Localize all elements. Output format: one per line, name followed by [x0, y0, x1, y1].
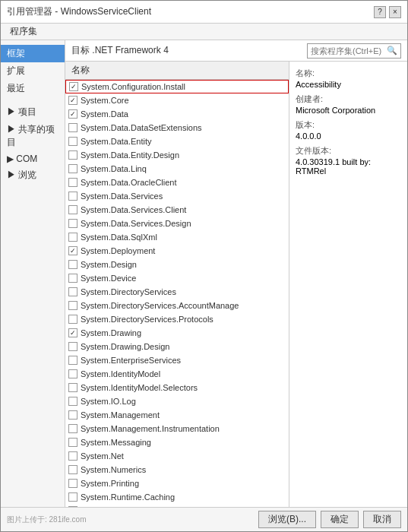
assembly-checkbox[interactable] — [68, 274, 77, 283]
assembly-name: System.Numerics — [81, 465, 146, 474]
sidebar-item-framework[interactable]: 框架 — [1, 45, 65, 62]
list-item[interactable]: System.Drawing.Design — [65, 340, 289, 353]
list-item[interactable]: ✓System.Configuration.Install — [65, 80, 289, 93]
sidebar-group-shared[interactable]: ▶ 共享的项目 — [1, 121, 65, 151]
file-version-label: 文件版本: — [296, 145, 401, 157]
assembly-checkbox[interactable]: ✓ — [68, 96, 77, 105]
search-input[interactable] — [311, 46, 387, 55]
assembly-checkbox[interactable] — [68, 137, 77, 146]
sidebar-item-extend[interactable]: 扩展 — [1, 62, 65, 80]
list-item[interactable]: System.Net — [65, 449, 289, 463]
list-item[interactable]: System.Device — [65, 271, 289, 285]
assembly-name: System.Design — [81, 260, 137, 269]
assembly-name: System.DirectoryServices.Protocols — [81, 315, 213, 324]
assembly-checkbox[interactable] — [68, 287, 77, 296]
list-item[interactable]: System.DirectoryServices.AccountManage — [65, 299, 289, 312]
assembly-checkbox[interactable] — [68, 260, 77, 269]
list-item[interactable]: System.DirectoryServices — [65, 285, 289, 299]
list-item[interactable]: System.Data.Services — [65, 189, 289, 203]
cancel-button[interactable]: 取消 — [363, 511, 401, 528]
list-item[interactable]: ✓System.Deployment — [65, 244, 289, 258]
assembly-name: System.IdentityModel — [81, 369, 160, 378]
list-item[interactable]: System.DirectoryServices.Protocols — [65, 312, 289, 326]
list-item[interactable]: System.Data.DataSetExtensions — [65, 121, 289, 135]
list-item[interactable]: System.Management — [65, 408, 289, 422]
assembly-checkbox[interactable] — [68, 479, 77, 488]
assembly-checkbox[interactable]: ✓ — [68, 109, 77, 119]
list-item[interactable]: System.EnterpriseServices — [65, 353, 289, 367]
list-item[interactable]: System.Data.Services.Client — [65, 203, 289, 217]
list-item[interactable]: ✓System.Data — [65, 107, 289, 121]
list-item[interactable]: System.IdentityModel.Selectors — [65, 381, 289, 394]
assembly-checkbox[interactable] — [68, 383, 77, 392]
assembly-checkbox[interactable] — [68, 123, 77, 132]
assembly-checkbox[interactable] — [68, 233, 77, 242]
close-button[interactable]: × — [389, 6, 401, 18]
assembly-checkbox[interactable]: ✓ — [68, 328, 77, 337]
assembly-checkbox[interactable] — [68, 178, 77, 187]
assembly-name: System.EnterpriseServices — [81, 356, 181, 365]
list-item[interactable]: System.Data.SqlXml — [65, 230, 289, 244]
assembly-checkbox[interactable] — [68, 164, 77, 173]
list-item[interactable]: System.Data.OracleClient — [65, 176, 289, 189]
assembly-checkbox[interactable]: ✓ — [68, 246, 77, 255]
assembly-name: System.Data.Services.Design — [81, 219, 191, 228]
help-button[interactable]: ? — [374, 6, 386, 18]
assembly-name: System.Data.Entity — [81, 137, 152, 146]
assembly-checkbox[interactable] — [68, 315, 77, 324]
assembly-checkbox[interactable] — [68, 410, 77, 420]
assembly-name: System.Net — [81, 451, 124, 461]
list-item[interactable]: System.Runtime.Caching — [65, 490, 289, 504]
sidebar: 框架 扩展 最近 ▶ 项目 ▶ 共享的项目 ▶ COM ▶ 浏览 — [1, 40, 65, 507]
list-item[interactable]: System.Messaging — [65, 435, 289, 449]
assembly-checkbox[interactable] — [68, 205, 77, 214]
menu-item-assemblies[interactable]: 程序集 — [7, 24, 40, 39]
assembly-name: System.Data — [81, 109, 128, 119]
window-title: 引用管理器 - WindowsServiceClient — [7, 5, 151, 18]
assembly-list[interactable]: ✓System.Configuration.Install✓System.Cor… — [65, 80, 289, 507]
assembly-name: System.DirectoryServices.AccountManage — [81, 301, 239, 310]
assembly-name: System.Messaging — [81, 438, 151, 447]
list-item[interactable]: System.IO.Log — [65, 394, 289, 408]
assembly-name: System.Data.SqlXml — [81, 233, 157, 242]
list-item[interactable]: System.Numerics — [65, 463, 289, 477]
assembly-checkbox[interactable] — [68, 369, 77, 378]
list-item[interactable]: ✓System.Core — [65, 93, 289, 107]
sidebar-item-recent[interactable]: 最近 — [1, 80, 65, 97]
assembly-checkbox[interactable] — [68, 438, 77, 447]
list-item[interactable]: System.IdentityModel — [65, 367, 289, 381]
browse-button[interactable]: 浏览(B)... — [258, 511, 316, 528]
assembly-checkbox[interactable] — [68, 150, 77, 160]
assembly-checkbox[interactable] — [68, 424, 77, 433]
watermark: 图片上传于: 281ife.com — [7, 515, 86, 525]
search-box[interactable]: 🔍 — [307, 43, 401, 59]
assembly-name: System.Device — [81, 274, 136, 283]
list-item[interactable]: System.Data.Entity.Design — [65, 148, 289, 162]
assembly-checkbox[interactable] — [68, 451, 77, 461]
assembly-checkbox[interactable] — [68, 219, 77, 228]
assembly-checkbox[interactable]: ✓ — [69, 82, 78, 91]
creator-label: 创建者: — [296, 93, 401, 105]
sidebar-group-browse[interactable]: ▶ 浏览 — [1, 166, 65, 184]
assembly-name: System.Data.Entity.Design — [81, 150, 179, 160]
assembly-checkbox[interactable] — [68, 342, 77, 351]
assembly-name: System.Management.Instrumentation — [81, 424, 220, 433]
assembly-checkbox[interactable] — [68, 465, 77, 474]
assembly-checkbox[interactable] — [68, 301, 77, 310]
list-item[interactable]: System.Management.Instrumentation — [65, 422, 289, 435]
assembly-checkbox[interactable] — [68, 492, 77, 502]
assembly-checkbox[interactable] — [68, 397, 77, 406]
assembly-checkbox[interactable] — [68, 356, 77, 365]
ok-button[interactable]: 确定 — [321, 511, 359, 528]
assembly-checkbox[interactable] — [68, 192, 77, 201]
list-item[interactable]: System.Data.Entity — [65, 135, 289, 148]
list-item[interactable]: System.Design — [65, 258, 289, 271]
name-value: Accessibility — [296, 80, 401, 89]
list-item[interactable]: System.Data.Services.Design — [65, 217, 289, 230]
sidebar-group-com[interactable]: ▶ COM — [1, 151, 65, 166]
list-item[interactable]: System.Data.Linq — [65, 162, 289, 176]
framework-label: 目标 .NET Framework 4 — [71, 44, 169, 57]
list-item[interactable]: ✓System.Drawing — [65, 326, 289, 340]
sidebar-group-project[interactable]: ▶ 项目 — [1, 103, 65, 121]
list-item[interactable]: System.Printing — [65, 477, 289, 490]
